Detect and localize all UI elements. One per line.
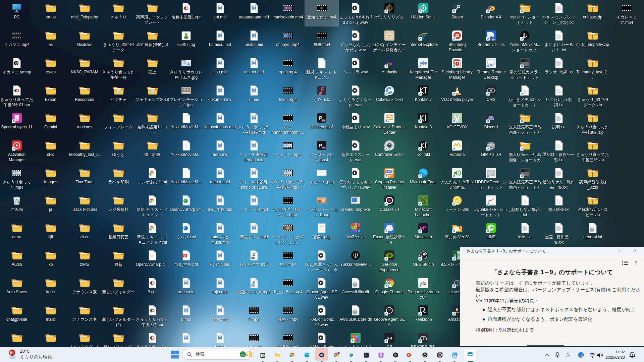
svg-text:NT2: NT2 [322,147,325,149]
svg-text:a: a [455,307,458,312]
svg-text:MP3: MP3 [252,285,255,286]
svg-text:PDF: PDF [183,255,187,257]
svg-text:P: P [408,354,410,357]
svg-text:NT2: NT2 [322,120,325,121]
svg-text:z: z [632,354,633,356]
svg-text:MoZA: MoZA [355,227,361,229]
svg-text:MP3: MP3 [252,257,255,259]
svg-text:9+: 9+ [10,351,14,355]
